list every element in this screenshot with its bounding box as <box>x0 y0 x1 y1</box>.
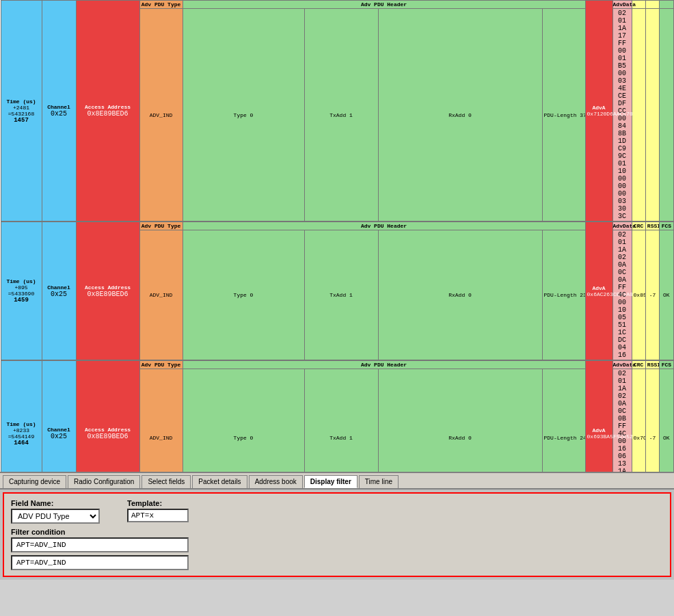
fcs-empty <box>660 1 673 9</box>
result-box: APT=ADV_IND <box>11 555 189 570</box>
field-name-label: Field Name: <box>11 499 100 507</box>
packet-table: Time (us)+2481=54321681457Channel0x25Acc… <box>0 0 674 472</box>
packet-number-cell[interactable]: Time (us)+895=54336901459 <box>1 222 42 360</box>
access-address-cell: Access Address0x8E89BED6 <box>76 361 139 472</box>
packet-number-cell[interactable]: Time (us)+2481=54321681457 <box>1 1 42 222</box>
advdata-label: AdvData <box>612 361 632 369</box>
tab-bar: Capturing device Radio Configuration Sel… <box>0 472 674 490</box>
main-container: Time (us)+2481=54321681457Channel0x25Acc… <box>0 0 674 580</box>
access-address-cell: Access Address0x8E89BED6 <box>76 1 139 222</box>
template-input[interactable] <box>127 509 189 522</box>
packet-table-area: Time (us)+2481=54321681457Channel0x25Acc… <box>0 0 674 472</box>
condition-input-box[interactable]: APT=ADV_IND <box>11 537 189 552</box>
adv-pdu-header-label: Adv PDU Header <box>183 361 585 369</box>
tab-display-filter[interactable]: Display filter <box>304 475 358 488</box>
adva-cell: AdvA0x693BA5F52652 <box>585 361 612 472</box>
tab-packet-details[interactable]: Packet details <box>192 475 247 488</box>
filter-top-row: Field Name: ADV PDU Type Template: <box>11 499 663 524</box>
condition-label: Filter condition <box>11 528 663 536</box>
adva-cell: AdvA0x7120D6AAC570 <box>585 1 612 222</box>
channel-cell: Channel0x25 <box>42 361 76 472</box>
template-label: Template: <box>127 499 189 507</box>
template-group: Template: <box>127 499 189 522</box>
adva-cell: AdvA0x6AC263CEF3A0 <box>585 222 612 360</box>
field-name-group: Field Name: ADV PDU Type <box>11 499 100 524</box>
advdata-label: AdvData <box>612 1 632 9</box>
tab-time-line[interactable]: Time line <box>359 475 399 488</box>
advdata-label: AdvData <box>612 222 632 230</box>
access-address-cell: Access Address0x8E89BED6 <box>76 222 139 360</box>
tab-radio-configuration[interactable]: Radio Configuration <box>68 475 140 488</box>
adv-pdu-header-label: Adv PDU Header <box>183 1 585 9</box>
channel-cell: Channel0x25 <box>42 222 76 360</box>
field-name-select[interactable]: ADV PDU Type <box>11 509 100 524</box>
adv-pdu-header-label: Adv PDU Header <box>183 222 585 230</box>
tab-capturing-device[interactable]: Capturing device <box>3 475 66 488</box>
tab-address-book[interactable]: Address book <box>249 475 303 488</box>
advdata-value: 02 01 1A 02 0A 0C 0B FF 4C00 16 06 13 1A… <box>612 369 632 472</box>
filter-panel: Field Name: ADV PDU Type Template: Filte… <box>3 492 671 577</box>
tab-select-fields[interactable]: Select fields <box>141 475 191 488</box>
rssi-empty <box>645 1 659 9</box>
packet-number-cell[interactable]: Time (us)+8233=54541491464 <box>1 361 42 472</box>
channel-cell: Channel0x25 <box>42 1 76 222</box>
